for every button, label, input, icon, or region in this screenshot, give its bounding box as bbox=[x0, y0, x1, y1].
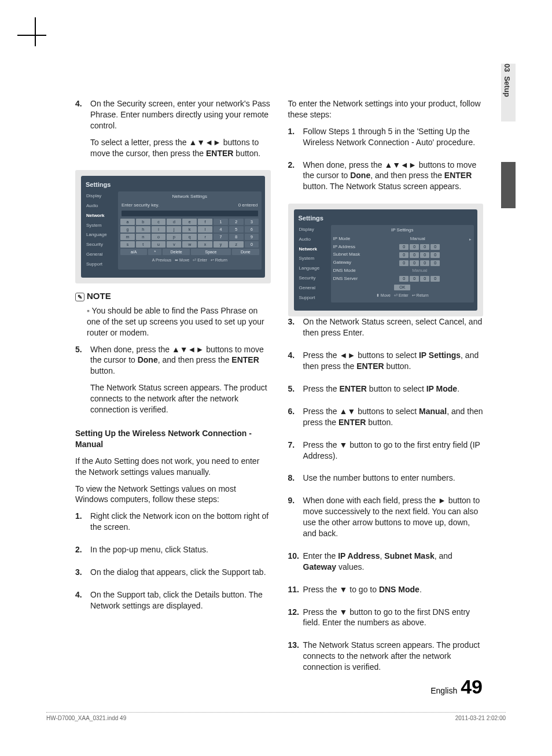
settings-nav: Display Audio Network System Language Se… bbox=[297, 225, 331, 303]
section-tab: 03 Setup bbox=[503, 64, 511, 97]
note-item: You should be able to find the Pass Phra… bbox=[87, 305, 271, 338]
hints: ⬍ Move ⏎ Enter ↩ Return bbox=[333, 293, 472, 298]
hints: A Previous ⬌ Move ⏎ Enter ↩ Return bbox=[120, 257, 259, 263]
step5-a: When done, press the ▲▼◄► buttons to mov… bbox=[90, 344, 271, 377]
key-space[interactable]: Space bbox=[191, 249, 231, 255]
step-number: 5. bbox=[75, 344, 90, 421]
settings-nav: Display Audio Network System Language Se… bbox=[84, 191, 118, 269]
step-number: 4. bbox=[75, 98, 90, 164]
step4-a: On the Security screen, enter your netwo… bbox=[90, 98, 271, 131]
key-shift[interactable]: a/A bbox=[120, 249, 147, 255]
para: To view the Network Settings values on m… bbox=[75, 484, 271, 506]
panel-title: Network Settings bbox=[120, 194, 259, 200]
page-footer: English49 bbox=[430, 676, 483, 698]
subheading: Setting Up the Wireless Network Connecti… bbox=[75, 428, 271, 450]
ip-settings-widget: Settings Display Audio Network System La… bbox=[288, 204, 484, 316]
key[interactable]: a bbox=[120, 219, 135, 225]
settings-title: Settings bbox=[299, 214, 474, 223]
key-delete[interactable]: Delete bbox=[163, 249, 189, 255]
key-done[interactable]: Done bbox=[232, 249, 259, 255]
left-column: 4. On the Security screen, enter your ne… bbox=[75, 98, 271, 684]
right-column: To enter the Network settings into your … bbox=[288, 98, 484, 684]
step5-b: The Network Status screen appears. The p… bbox=[90, 382, 271, 415]
security-key-input[interactable] bbox=[122, 211, 258, 216]
step4-b: To select a letter, press the ▲▼◄► butto… bbox=[90, 137, 271, 159]
print-meta: HW-D7000_XAA_0321.indd 49 2011-03-21 2:0… bbox=[46, 712, 506, 721]
note-heading: NOTE bbox=[75, 290, 271, 302]
settings-keyboard-widget: Settings Display Audio Network System La… bbox=[75, 170, 271, 283]
ok-button[interactable]: OK bbox=[394, 285, 410, 290]
intro: To enter the Network settings into your … bbox=[288, 98, 484, 120]
panel-title: IP Settings bbox=[333, 227, 472, 234]
para: If the Auto Setting does not work, you n… bbox=[75, 456, 271, 478]
settings-title: Settings bbox=[86, 180, 262, 189]
